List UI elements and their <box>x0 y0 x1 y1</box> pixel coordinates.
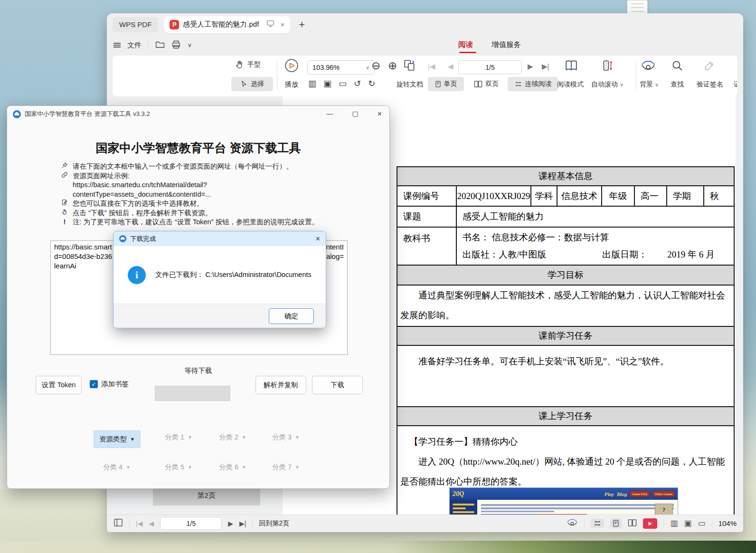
rotate-doc-icon[interactable] <box>403 59 416 74</box>
close-tab-icon[interactable]: × <box>280 20 284 29</box>
task1-text: 进入 20Q（http://www.20q.net/）网站, 体验通过 20 个… <box>397 452 734 492</box>
new-window-icon[interactable] <box>266 20 274 29</box>
print-icon[interactable] <box>171 40 181 51</box>
zoom-percentage[interactable]: 104% <box>718 519 737 527</box>
category-6-dropdown[interactable]: 分类 6▼ <box>214 463 251 472</box>
zoom-level-select[interactable]: 103.96% ∨ <box>307 60 375 75</box>
fit-width-button[interactable]: ▥ <box>670 518 678 528</box>
20q-sidebar <box>450 500 477 515</box>
menu-icon[interactable] <box>113 41 121 48</box>
play-button[interactable] <box>284 58 299 75</box>
read-mode-label: 阅读模式 <box>550 80 590 89</box>
dialog-message: 文件已下载到： C:\Users\Administrator\Documents <box>155 270 312 279</box>
add-bookmark-checkbox[interactable]: ✓ 添加书签 <box>90 380 129 389</box>
auto-scroll-icon[interactable] <box>601 58 614 75</box>
close-button[interactable]: × <box>378 110 382 118</box>
actual-size-button[interactable]: ▭ <box>339 78 347 89</box>
chevron-down-icon: ∨ <box>366 65 369 71</box>
read-mode-icon[interactable] <box>565 59 578 74</box>
exclaim-icon: ! <box>60 218 69 227</box>
select-tool-button[interactable]: 选择 <box>231 77 273 91</box>
first-page-button[interactable]: |◀ <box>428 62 435 71</box>
dropdown-arrow-icon: ▼ <box>188 435 192 440</box>
chevron-down-icon[interactable]: ∨ <box>188 42 192 48</box>
next-page-button[interactable]: ▶ <box>528 62 533 71</box>
fit-width-button[interactable]: ▥ <box>308 78 316 89</box>
prev-page-button[interactable]: ◀ <box>448 62 454 71</box>
double-page-button[interactable] <box>628 519 637 528</box>
find-icon[interactable] <box>671 59 683 74</box>
dropdown-arrow-icon: ▼ <box>188 465 192 470</box>
page-number-input[interactable]: 1/5 <box>458 60 522 74</box>
wps-app-button[interactable]: WPS PDF <box>113 17 158 32</box>
cell-label: 教科书 <box>397 227 456 265</box>
page-number-input[interactable]: 1/5 <box>160 517 222 530</box>
side-panel-icon[interactable] <box>113 518 123 528</box>
category-3-dropdown[interactable]: 分类 3▼ <box>267 433 304 442</box>
20q-faq-tab: Game FAQ <box>630 491 649 497</box>
open-folder-icon[interactable] <box>155 40 165 50</box>
actual-size-button[interactable]: ▭ <box>698 518 706 528</box>
single-page-button[interactable]: 单页 <box>428 77 464 91</box>
link-icon <box>60 172 69 181</box>
minimize-button[interactable]: — <box>326 110 333 118</box>
rotate-doc-label: 旋转文档 <box>392 80 428 89</box>
parse-copy-button[interactable]: 解析并复制 <box>255 376 306 394</box>
tab-value-added[interactable]: 增值服务 <box>491 40 521 50</box>
category-1-dropdown[interactable]: 分类 1▼ <box>160 433 197 442</box>
background-label: 背景 ∨ <box>635 80 663 89</box>
first-page-button[interactable]: |◀ <box>136 520 142 527</box>
maximize-button[interactable]: ▢ <box>352 110 358 118</box>
course-info-table: 课程基本信息 课例编号 2020QJ10XXRJ029 学科 信息技术 年级 高… <box>397 166 735 515</box>
double-page-button[interactable]: 双页 <box>468 77 505 91</box>
cell-value: 高一 <box>634 186 667 206</box>
set-token-button[interactable]: 设置 Token <box>36 376 82 394</box>
category-4-dropdown[interactable]: 分类 4▼ <box>98 463 135 472</box>
cell-label: 年级 <box>602 186 634 206</box>
dropdown-arrow-icon: ▼ <box>126 465 131 470</box>
background-icon[interactable] <box>641 60 656 74</box>
resource-type-dropdown[interactable]: 资源类型▼ <box>94 430 141 448</box>
dropdown-arrow-icon: ▼ <box>295 465 300 470</box>
last-page-button[interactable]: ▶| <box>542 62 549 71</box>
tab-read[interactable]: 阅读 <box>458 40 473 50</box>
fit-screen-button[interactable]: ▣ <box>323 78 331 89</box>
zoom-out-button[interactable]: ⊖ <box>371 59 380 72</box>
continuous-icon <box>514 81 522 87</box>
divider <box>252 519 253 528</box>
category-7-dropdown[interactable]: 分类 7▼ <box>267 463 304 472</box>
wps-tab-bar: WPS PDF P 感受人工智能的魅力.pdf × + <box>107 13 743 36</box>
cell-label: 学科 <box>531 186 557 206</box>
new-tab-button[interactable]: + <box>299 19 305 31</box>
zoom-in-button[interactable]: ⊕ <box>388 59 397 72</box>
prev-page-button[interactable]: ◀ <box>149 520 154 527</box>
file-menu[interactable]: 文件 <box>127 41 142 50</box>
category-5-dropdown[interactable]: 分类 5▼ <box>160 463 197 472</box>
last-page-button[interactable]: ▶| <box>239 520 246 527</box>
play-label: 播放 <box>280 80 303 89</box>
ok-button[interactable]: 确定 <box>269 308 314 324</box>
document-tab[interactable]: P 感受人工智能的魅力.pdf × <box>164 16 290 33</box>
presentation-play-button[interactable]: ▶ <box>643 518 657 529</box>
rotate-right-button[interactable]: ↻ <box>368 78 375 89</box>
cell-value: 秋 <box>704 186 734 206</box>
pin-icon <box>60 162 69 172</box>
close-icon[interactable]: × <box>316 235 320 243</box>
continuous-read-button[interactable] <box>591 519 604 528</box>
wps-status-bar: |◀ ◀ 1/5 ▶ ▶| 回到第2页 ▶ <box>107 515 743 532</box>
download-button[interactable]: 下载 <box>312 376 363 394</box>
category-2-dropdown[interactable]: 分类 2▼ <box>214 433 251 442</box>
wps-toolbar: 手型 选择 播放 103.96% ∨ ⊖ ⊕ ▥ ▣ ▭ ↺ ↻ <box>113 56 737 96</box>
cell-value: 信息技术 <box>557 186 602 206</box>
single-page-button[interactable] <box>610 518 622 528</box>
fit-screen-button[interactable]: ▣ <box>684 518 692 528</box>
back-to-page-button[interactable]: 回到第2页 <box>259 519 289 528</box>
cell-value: 2020QJ10XXRJ029 <box>456 186 531 206</box>
rotate-left-button[interactable]: ↺ <box>354 78 361 89</box>
eye-icon[interactable] <box>567 519 578 528</box>
dropdown-arrow-icon: ▼ <box>242 465 246 470</box>
desktop: WPS PDF P 感受人工智能的魅力.pdf × + 文件 <box>0 0 756 553</box>
table-header: 课前学习任务 <box>397 326 734 345</box>
hand-tool-button[interactable]: 手型 <box>235 60 261 69</box>
next-page-button[interactable]: ▶ <box>228 520 233 527</box>
